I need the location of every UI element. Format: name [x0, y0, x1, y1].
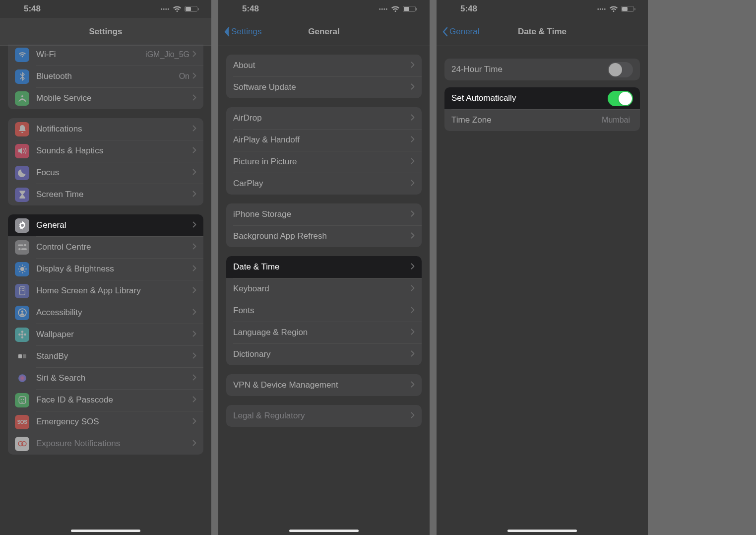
row-sounds[interactable]: Sounds & Haptics [8, 140, 203, 162]
row-24-hour-time[interactable]: 24-Hour Time [444, 59, 640, 80]
row-general[interactable]: General [8, 214, 203, 236]
settings-list[interactable]: Wi-FiiGM_Jio_5GBluetoothOnMobile Service… [0, 44, 211, 464]
chevron-right-icon [192, 190, 196, 200]
chevron-right-icon [411, 135, 415, 145]
chevron-right-icon [192, 50, 196, 60]
row-pip[interactable]: Picture in Picture [226, 151, 422, 173]
status-time: 5:48 [460, 4, 477, 14]
siri-icon [15, 371, 29, 386]
row-label: Language & Region [233, 328, 411, 337]
home-indicator[interactable] [71, 530, 140, 532]
chevron-right-icon [411, 411, 415, 421]
chevron-right-icon [411, 113, 415, 123]
status-indicators: •••• [597, 6, 634, 12]
row-language[interactable]: Language & Region [226, 322, 422, 343]
general-list[interactable]: AboutSoftware UpdateAirDropAirPlay & Han… [218, 46, 430, 436]
chevron-right-icon [411, 349, 415, 359]
wifi-icon [15, 48, 29, 62]
svg-line-10 [24, 271, 25, 272]
row-focus[interactable]: Focus [8, 162, 203, 184]
settings-group: GeneralControl CentreDisplay & Brightnes… [8, 214, 203, 455]
display-icon [15, 262, 29, 276]
row-time-zone[interactable]: Time Zone Mumbai [444, 109, 640, 131]
home-indicator[interactable] [289, 530, 359, 532]
status-time: 5:48 [24, 4, 41, 14]
chevron-right-icon [411, 61, 415, 70]
row-wallpaper[interactable]: Wallpaper [8, 324, 203, 345]
wifi-icon [391, 6, 400, 12]
row-detail: iGM_Jio_5G [145, 50, 189, 59]
row-fonts[interactable]: Fonts [226, 300, 422, 322]
row-storage[interactable]: iPhone Storage [226, 203, 422, 225]
exposure-icon [15, 437, 29, 451]
homescreen-icon [15, 284, 29, 298]
controlcentre-icon [15, 240, 29, 255]
row-dictionary[interactable]: Dictionary [226, 343, 422, 365]
page-title: Date & Time [518, 27, 567, 37]
row-keyboard[interactable]: Keyboard [226, 278, 422, 300]
back-label: General [449, 27, 479, 37]
nav-bar: General Date & Time [437, 18, 648, 46]
row-datetime[interactable]: Date & Time [226, 256, 422, 278]
general-group: AboutSoftware Update [226, 55, 422, 98]
chevron-right-icon [411, 209, 415, 219]
cellular-dots-icon: •••• [379, 6, 388, 12]
chevron-right-icon [411, 179, 415, 189]
chevron-right-icon [192, 439, 196, 449]
row-label: Set Automatically [451, 93, 608, 103]
svg-point-29 [18, 374, 26, 382]
svg-rect-28 [23, 354, 26, 358]
row-carplay[interactable]: CarPlay [226, 173, 422, 195]
row-software-update[interactable]: Software Update [226, 76, 422, 98]
row-display[interactable]: Display & Brightness [8, 258, 203, 280]
cellular-dots-icon: •••• [161, 6, 170, 12]
svg-point-34 [21, 442, 26, 446]
svg-point-18 [22, 290, 23, 291]
svg-rect-0 [18, 244, 23, 246]
general-group: Date & TimeKeyboardFontsLanguage & Regio… [226, 256, 422, 365]
svg-point-25 [18, 334, 21, 336]
row-airdrop[interactable]: AirDrop [226, 107, 422, 129]
row-homescreen[interactable]: Home Screen & App Library [8, 280, 203, 302]
toggle-set-automatically[interactable] [608, 91, 633, 106]
row-wifi[interactable]: Wi-FiiGM_Jio_5G [8, 44, 203, 66]
row-label: Date & Time [233, 262, 411, 272]
svg-point-14 [20, 288, 21, 289]
row-airplay[interactable]: AirPlay & Handoff [226, 129, 422, 151]
row-vpn[interactable]: VPN & Device Management [226, 374, 422, 396]
row-label: Emergency SOS [36, 417, 192, 427]
row-notifications[interactable]: Notifications [8, 118, 203, 140]
row-faceid[interactable]: Face ID & Passcode [8, 389, 203, 411]
row-mobile[interactable]: Mobile Service [8, 87, 203, 109]
back-button[interactable]: General [441, 27, 479, 37]
general-group: Legal & Regulatory [226, 405, 422, 427]
wifi-icon [173, 6, 182, 12]
toggle-24-hour[interactable] [608, 62, 633, 77]
row-sos[interactable]: SOSEmergency SOS [8, 411, 203, 433]
row-label: Siri & Search [36, 373, 192, 383]
battery-icon [403, 6, 416, 12]
svg-point-24 [21, 336, 23, 338]
row-about[interactable]: About [226, 55, 422, 76]
row-screentime[interactable]: Screen Time [8, 184, 203, 205]
row-bluetooth[interactable]: BluetoothOn [8, 66, 203, 87]
row-siri[interactable]: Siri & Search [8, 367, 203, 389]
row-label: AirPlay & Handoff [233, 135, 411, 145]
row-controlcentre[interactable]: Control Centre [8, 236, 203, 258]
group-auto: Set Automatically Time Zone Mumbai [444, 87, 640, 131]
row-label: Fonts [233, 306, 411, 316]
row-legal[interactable]: Legal & Regulatory [226, 405, 422, 427]
row-exposure[interactable]: Exposure Notifications [8, 433, 203, 455]
row-set-automatically[interactable]: Set Automatically [444, 87, 640, 109]
chevron-right-icon [192, 168, 196, 178]
back-button[interactable]: Settings [223, 27, 261, 37]
row-refresh[interactable]: Background App Refresh [226, 225, 422, 247]
row-accessibility[interactable]: Accessibility [8, 302, 203, 324]
row-standby[interactable]: StandBy [8, 345, 203, 367]
sos-icon: SOS [15, 415, 29, 429]
home-indicator[interactable] [507, 530, 577, 532]
row-label: AirDrop [233, 113, 411, 123]
datetime-list[interactable]: 24-Hour Time Set Automatically Time Zone… [437, 46, 648, 138]
wallpaper-icon [15, 328, 29, 342]
chevron-right-icon [411, 284, 415, 294]
